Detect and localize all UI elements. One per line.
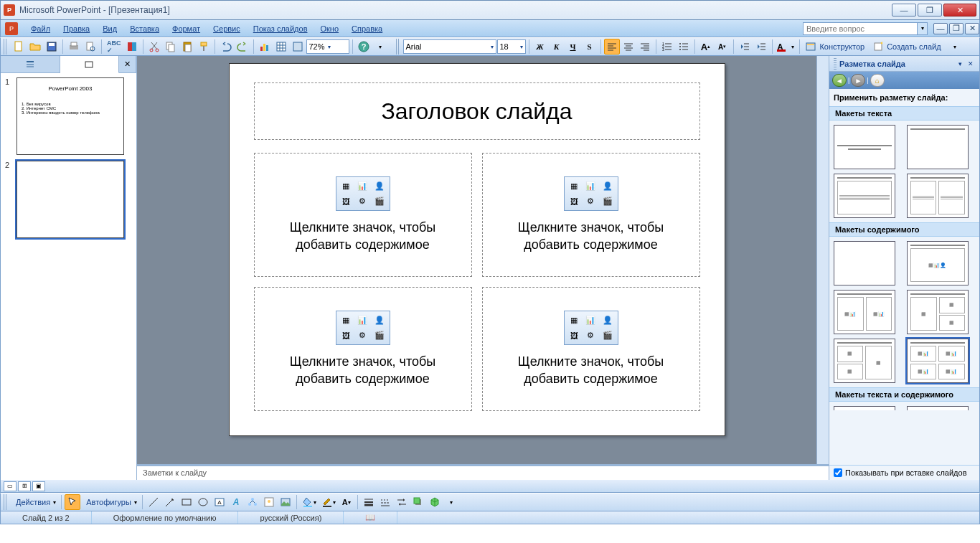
shadow-style-button[interactable] bbox=[410, 494, 426, 510]
tables-borders-button[interactable] bbox=[290, 39, 306, 55]
font-color-button-draw[interactable]: A▾ bbox=[339, 494, 354, 510]
content-icon-picker[interactable]: ▦📊👤🖼⚙🎬 bbox=[336, 311, 390, 345]
show-on-insert-checkbox[interactable] bbox=[834, 468, 842, 477]
cut-button[interactable] bbox=[146, 39, 162, 55]
align-right-button[interactable] bbox=[637, 39, 653, 55]
status-language[interactable]: русский (Россия) bbox=[238, 511, 344, 524]
actions-menu[interactable]: Действия▾ bbox=[11, 494, 58, 510]
undo-button[interactable] bbox=[218, 39, 234, 55]
content-icon-picker[interactable]: ▦📊👤🖼⚙🎬 bbox=[564, 176, 618, 211]
font-size-dropdown[interactable]: 18▾ bbox=[497, 39, 526, 54]
title-placeholder[interactable]: Заголовок слайда bbox=[254, 82, 700, 140]
decrease-indent-button[interactable] bbox=[737, 39, 753, 55]
document-icon[interactable]: P bbox=[5, 22, 18, 35]
layout-three-content[interactable]: ▦▦▦ bbox=[907, 290, 969, 334]
doc-restore-button[interactable]: ❐ bbox=[949, 23, 963, 34]
clipart-button[interactable] bbox=[261, 494, 277, 510]
layout-three-content-alt[interactable]: ▦▦▦ bbox=[834, 339, 895, 383]
minimize-button[interactable]: — bbox=[892, 4, 916, 16]
menu-insert[interactable]: Вставка bbox=[124, 23, 165, 34]
arrow-tool[interactable] bbox=[162, 494, 178, 510]
menu-window[interactable]: Окно bbox=[315, 23, 345, 34]
increase-font-button[interactable]: A▴ bbox=[698, 39, 714, 55]
textbox-tool[interactable]: A bbox=[212, 494, 227, 510]
line-tool[interactable] bbox=[146, 494, 161, 510]
copy-button[interactable] bbox=[163, 39, 179, 55]
print-preview-button[interactable] bbox=[83, 39, 98, 55]
decrease-font-button[interactable]: A▾ bbox=[715, 39, 730, 55]
slides-tab[interactable] bbox=[60, 56, 120, 73]
panel-close-button[interactable]: ✕ bbox=[119, 56, 136, 72]
toolbar-grip[interactable] bbox=[4, 39, 8, 55]
diagram-button[interactable] bbox=[245, 494, 260, 510]
taskpane-grip[interactable] bbox=[834, 58, 837, 70]
help-button[interactable]: ? bbox=[356, 39, 372, 55]
increase-indent-button[interactable] bbox=[753, 39, 769, 55]
print-button[interactable] bbox=[66, 39, 82, 55]
vertical-scrollbar[interactable] bbox=[816, 56, 829, 464]
new-button[interactable] bbox=[11, 39, 27, 55]
picture-button[interactable] bbox=[278, 494, 293, 510]
line-color-button[interactable]: ▾ bbox=[319, 494, 338, 510]
redo-button[interactable] bbox=[235, 39, 250, 55]
help-search-input[interactable] bbox=[803, 22, 918, 35]
fill-color-button[interactable]: ▾ bbox=[300, 494, 319, 510]
slideshow-view-button[interactable]: ▣ bbox=[32, 481, 45, 491]
align-center-button[interactable] bbox=[621, 39, 636, 55]
font-color-button[interactable]: A▾ bbox=[776, 39, 797, 55]
wordart-button[interactable]: A bbox=[228, 494, 244, 510]
nav-forward-button[interactable]: ► bbox=[851, 74, 865, 87]
font-dropdown[interactable]: Arial▾ bbox=[403, 39, 496, 54]
table-button[interactable] bbox=[273, 39, 289, 55]
content-placeholder-3[interactable]: ▦📊👤🖼⚙🎬 Щелкните значок, чтобы добавить с… bbox=[254, 287, 472, 411]
notes-pane[interactable]: Заметки к слайду bbox=[137, 464, 829, 480]
underline-button[interactable]: Ч bbox=[565, 39, 581, 55]
doc-minimize-button[interactable]: — bbox=[933, 23, 948, 34]
design-button[interactable]: Конструктор bbox=[803, 39, 870, 55]
menu-view[interactable]: Вид bbox=[97, 23, 123, 34]
format-painter-button[interactable] bbox=[196, 39, 212, 55]
taskpane-menu-button[interactable]: ▾ bbox=[957, 60, 963, 67]
layout-two-content[interactable]: ▦📊▦📊 bbox=[834, 290, 895, 334]
canvas-area[interactable]: Заголовок слайда ▦📊👤🖼⚙🎬 Щелкните значок,… bbox=[137, 56, 816, 464]
status-spelling-icon[interactable]: 📖 bbox=[344, 511, 397, 524]
dash-style-button[interactable] bbox=[377, 494, 393, 510]
close-button[interactable]: ✕ bbox=[943, 4, 976, 16]
sorter-view-button[interactable]: ⊞ bbox=[18, 481, 31, 491]
menu-edit[interactable]: Правка bbox=[57, 23, 95, 34]
spellcheck-button[interactable]: ABC✓ bbox=[105, 39, 123, 55]
nav-back-button[interactable]: ◄ bbox=[832, 74, 847, 87]
bullets-button[interactable] bbox=[676, 39, 692, 55]
align-left-button[interactable] bbox=[604, 39, 620, 55]
toolbar-overflow[interactable]: ▾ bbox=[443, 494, 459, 510]
layout-text-content[interactable] bbox=[834, 406, 895, 410]
arrow-style-button[interactable] bbox=[394, 494, 410, 510]
layout-four-content[interactable]: ▦📊▦📊▦📊▦📊 bbox=[907, 339, 969, 383]
normal-view-button[interactable]: ▭ bbox=[4, 481, 17, 491]
open-button[interactable] bbox=[27, 39, 43, 55]
3d-style-button[interactable] bbox=[427, 494, 443, 510]
shadow-button[interactable]: S bbox=[582, 39, 598, 55]
menu-format[interactable]: Формат bbox=[166, 23, 206, 34]
autoshapes-menu[interactable]: Автофигуры▾ bbox=[81, 494, 139, 510]
maximize-button[interactable]: ❐ bbox=[918, 4, 942, 16]
help-search-dropdown[interactable]: ▾ bbox=[918, 22, 928, 35]
numbering-button[interactable]: 123 bbox=[659, 39, 675, 55]
layout-content-text[interactable] bbox=[907, 406, 969, 410]
slide-thumb-1[interactable]: 1 PowerPoint 2003 1. Без вирусов 2. Инте… bbox=[5, 77, 132, 155]
save-button[interactable] bbox=[44, 39, 60, 55]
menu-slideshow[interactable]: Показ слайдов bbox=[248, 23, 314, 34]
layout-title-slide[interactable] bbox=[834, 125, 895, 169]
research-button[interactable] bbox=[124, 39, 140, 55]
taskpane-close-button[interactable]: ✕ bbox=[966, 60, 975, 67]
new-slide-button[interactable]: Создать слайд bbox=[870, 39, 946, 55]
oval-tool[interactable] bbox=[195, 494, 211, 510]
content-placeholder-4[interactable]: ▦📊👤🖼⚙🎬 Щелкните значок, чтобы добавить с… bbox=[482, 287, 700, 411]
menu-help[interactable]: Справка bbox=[346, 23, 388, 34]
outline-tab[interactable] bbox=[1, 56, 60, 72]
layout-content[interactable]: ▦📊👤 bbox=[907, 241, 969, 285]
line-style-button[interactable] bbox=[361, 494, 377, 510]
layout-title-text[interactable] bbox=[834, 174, 895, 218]
italic-button[interactable]: К bbox=[549, 39, 565, 55]
toolbar-overflow[interactable]: ▾ bbox=[947, 39, 963, 55]
